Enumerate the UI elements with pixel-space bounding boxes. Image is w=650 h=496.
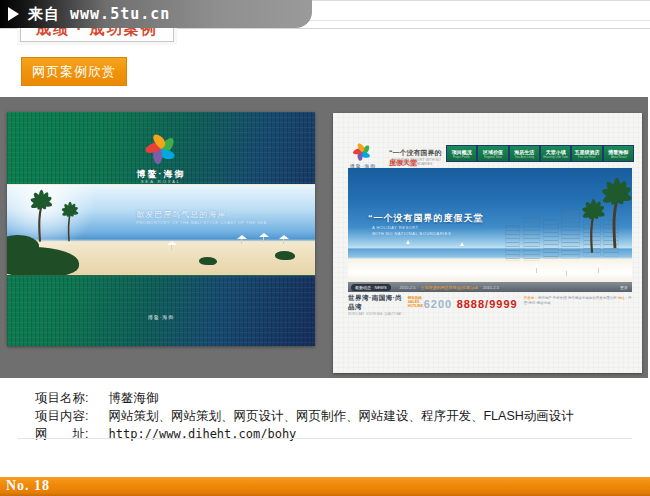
footer-slogan-block: 世界湾·南国海·尚品湾 WORLD BAY · SOUTH SEA · QUAL… <box>348 294 408 316</box>
site-slogan-prefix: “一个没有国界的 <box>389 149 442 156</box>
watermark-bar[interactable]: 来自 www.5tu.cn <box>0 0 312 28</box>
nav-item-label: 海居生活 <box>514 149 534 155</box>
news-headline: 土地资源利用总体规划(批复).pdf <box>421 285 478 290</box>
hotline-sublabel: SALES HOTLINE <box>408 300 424 308</box>
sailboat-icon <box>406 240 410 244</box>
nav-item-sublabel: Sea Area Living <box>515 155 534 159</box>
brochure-cover: 博鳌·海御 SEA ROYAL 散发巴厘岛气息的海岸 PROMONTORY OF… <box>7 112 315 346</box>
umbrella-icon <box>532 264 542 268</box>
detail-row-content: 项目内容: 网站策划、网站策划、网页设计、网页制作、网站建设、程序开发、FLAS… <box>35 407 625 425</box>
building-shape <box>524 218 539 260</box>
hero-slogan-sub1: A HOLIDAY RESORT <box>372 225 418 230</box>
nav-item-label: 天堂小镇 <box>546 149 566 155</box>
sailboat-icon <box>460 242 464 246</box>
detail-row-name: 项目名称: 博鳌海御 <box>35 389 625 407</box>
developer-info: 开发商：海南地产·中骏集团 海南博鳌乐城度假开发有限公司 地址：中国·海南·博鳌… <box>524 296 632 306</box>
developer-text: 海南地产·中骏集团 海南博鳌乐城度假开发有限公司 <box>538 296 617 300</box>
page-number: No. 18 <box>6 478 50 494</box>
category-tag-label: 网页案例欣赏 <box>32 63 116 81</box>
nav-item-label: 区域价值 <box>483 149 503 155</box>
detail-row-url: 网 址: http://www.diheht.com/bohy <box>35 425 625 443</box>
nav-item-about: 博鳌海御About Resort <box>604 146 633 161</box>
nav-item-label: 项目概况 <box>452 149 472 155</box>
building-shape <box>506 226 519 260</box>
site-header-slogan-sub: A HOLIDAY RESORT WITH NO NATIONAL BOUNDA… <box>391 158 445 166</box>
cover-beach-photo: 散发巴厘岛气息的海岸 PROMONTORY OF THE BALI STYLE … <box>7 184 315 276</box>
news-more-link: 更多 <box>620 285 628 290</box>
umbrella-icon <box>562 267 572 271</box>
gallery-panel: 博鳌·海御 SEA ROYAL 散发巴厘岛气息的海岸 PROMONTORY OF… <box>0 97 648 378</box>
detail-label: 网 址: <box>35 425 105 443</box>
hero-banner: “一个没有国界的度假天堂 A HOLIDAY RESORT WITH NO NA… <box>348 168 632 282</box>
site-footer: 世界湾·南国海·尚品湾 WORLD BAY · SOUTH SEA · QUAL… <box>348 294 632 316</box>
hero-palm-icon <box>570 196 614 254</box>
detail-label: 项目名称: <box>35 389 105 407</box>
umbrella-icon <box>167 241 177 245</box>
phone-area: 6200 <box>424 298 452 310</box>
umbrella-icon <box>594 264 604 268</box>
bush-shape <box>199 257 217 265</box>
brand-logo-icon <box>142 130 180 168</box>
detail-value: 博鳌海御 <box>108 391 158 405</box>
news-bar: 最新动态 · NEWS 2010-2-5 土地资源利用总体规划(批复).pdf … <box>348 282 632 292</box>
umbrella-icon <box>259 233 269 237</box>
portfolio-slide: 来自 www.5tu.cn 成绩 · 成功案例 网页案例欣赏 博鳌·海御 SEA… <box>0 0 650 496</box>
bush-shape <box>275 251 295 260</box>
phone-number: 8888/9999 <box>457 298 518 310</box>
hero-slogan: “一个没有国界的度假天堂 <box>368 212 484 225</box>
nav-item-sublabel: Regional Value <box>484 155 502 159</box>
footer-bar <box>0 477 650 496</box>
building-shape <box>544 220 558 258</box>
nav-item-label: 五星级酒店 <box>574 149 599 155</box>
developer-label: 开发商： <box>524 296 538 300</box>
category-tag: 网页案例欣赏 <box>21 57 127 86</box>
beach-slogan: 散发巴厘岛气息的海岸 <box>136 209 315 220</box>
nav-item-project: 项目概况Project Profile <box>447 146 476 161</box>
umbrella-icon <box>279 235 289 239</box>
nav-item-town: 天堂小镇Heavenly Little Town <box>541 146 570 161</box>
news-date: 2010-2-5 <box>483 285 499 290</box>
play-icon <box>8 7 19 21</box>
cover-footnote: 博鳌·海御 <box>7 314 315 320</box>
nav-item-hotel: 五星级酒店Five-star Hotel <box>572 146 601 161</box>
beach-slogan-sub: PROMONTORY OF THE BALI STYLE COAST OF TH… <box>136 220 315 225</box>
nav-item-living: 海居生活Sea Area Living <box>510 146 539 161</box>
nav-item-label: 博鳌海御 <box>608 149 628 155</box>
nav-item-sublabel: Five-star Hotel <box>578 155 596 159</box>
site-nav: 项目概况Project Profile 区域价值Regional Value 海… <box>446 145 634 162</box>
detail-label: 项目内容: <box>35 407 105 425</box>
umbrella-icon <box>237 235 247 239</box>
hotline-phone: 6200 8888/9999 <box>424 294 518 312</box>
hotline-label-block: 销售热线 SALES HOTLINE <box>408 296 424 308</box>
nav-item-region: 区域价值Regional Value <box>478 146 507 161</box>
nav-item-sublabel: About Resort <box>610 155 626 159</box>
project-details: 项目名称: 博鳌海御 项目内容: 网站策划、网站策划、网页设计、网页制作、网站建… <box>35 389 625 443</box>
news-date: 2010-2-5 <box>400 285 416 290</box>
hero-slogan-sub2: WITH NO NATIONAL BOUNDARIES <box>372 231 451 236</box>
site-logo-icon <box>351 141 373 163</box>
website-mockup: 博鳌·海御 “一个没有国界的度假天堂 A HOLIDAY RESORT WITH… <box>333 113 642 373</box>
nav-item-sublabel: Heavenly Little Town <box>543 155 568 159</box>
footer-slogan-sub: WORLD BAY · SOUTH SEA · QUALITY BAY <box>348 312 402 316</box>
footer-slogan: 世界湾·南国海·尚品湾 <box>348 294 408 312</box>
footer-divider <box>18 438 632 439</box>
detail-value: 网站策划、网站策划、网页设计、网页制作、网站建设、程序开发、FLASH动画设计 <box>108 409 573 423</box>
news-label-pill: 最新动态 · NEWS <box>351 284 391 291</box>
address-label: 地址： <box>618 296 629 300</box>
nav-item-sublabel: Project Profile <box>453 155 470 159</box>
watermark-text: 来自 www.5tu.cn <box>28 5 170 24</box>
palm-tree-icon <box>53 199 85 243</box>
